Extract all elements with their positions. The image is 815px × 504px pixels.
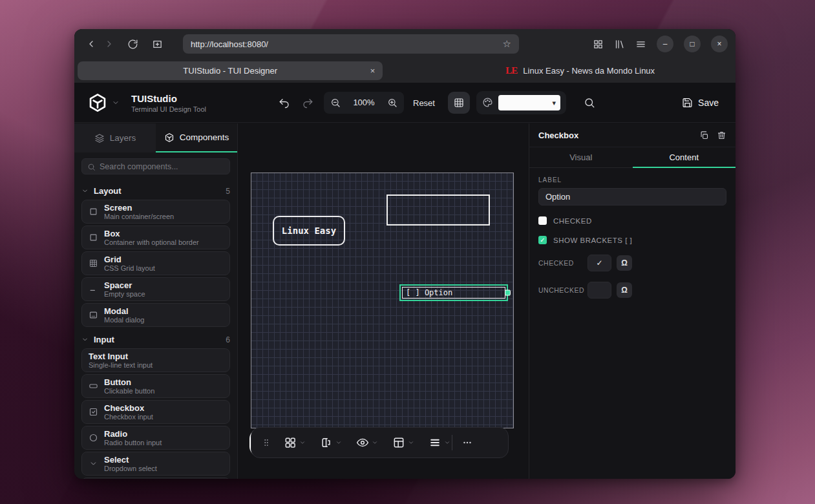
component-item-checkbox[interactable]: CheckboxCheckbox input <box>81 400 230 424</box>
item-subtitle: Dropdown select <box>104 465 157 472</box>
layout-menu-button[interactable] <box>392 436 414 449</box>
desktop: { "colors": { "accent": "#34d399", "sele… <box>0 0 815 504</box>
save-icon <box>682 97 693 108</box>
theme-select[interactable]: ▾ <box>498 95 560 110</box>
component-item-screen[interactable]: ScreenMain container/screen <box>81 200 230 224</box>
component-item-grid[interactable]: GridCSS Grid layout <box>81 251 230 275</box>
item-title: Button <box>104 378 154 387</box>
component-item-box[interactable]: BoxContainer with optional border <box>81 226 230 249</box>
close-button[interactable]: × <box>711 36 728 52</box>
unchecked-char-label: UNCHECKED <box>538 286 587 294</box>
section-header-layout[interactable]: Layout 5 <box>81 182 230 200</box>
tab-label: Components <box>180 132 229 142</box>
zoom-out-icon <box>330 98 341 108</box>
zoom-in-button[interactable] <box>387 98 397 108</box>
tab-title: TUIStudio - TUI Designer <box>183 66 277 76</box>
component-item-select[interactable]: SelectDropdown select <box>81 452 230 476</box>
canvas-button-component[interactable]: Linux Easy <box>273 216 345 246</box>
reload-button[interactable] <box>123 35 142 53</box>
tab-strip: TUIStudio - TUI Designer × LE Linux Easy… <box>74 59 736 83</box>
sidebar: Layers Components Layout 5 <box>74 123 238 479</box>
checked-char-picker-button[interactable]: Ω <box>617 255 632 271</box>
extensions-button[interactable] <box>593 39 604 50</box>
maximize-button[interactable]: □ <box>684 36 701 52</box>
text-tool-button[interactable] <box>320 436 342 449</box>
resize-handle[interactable] <box>505 290 511 296</box>
zoom-out-button[interactable] <box>330 98 341 108</box>
component-sections: Layout 5 ScreenMain container/screen Box… <box>74 178 237 479</box>
item-subtitle: Checkbox input <box>104 413 153 421</box>
tab-components[interactable]: Components <box>156 123 237 152</box>
save-label: Save <box>698 98 719 108</box>
trash-icon[interactable] <box>717 131 726 140</box>
extensions-grid-icon <box>593 39 604 50</box>
component-item-text-input[interactable]: Text InputSingle-line text input <box>81 348 230 372</box>
tab-close-icon[interactable]: × <box>370 66 376 76</box>
component-item-spacer[interactable]: SpacerEmpty space <box>81 277 230 301</box>
minimize-button[interactable]: – <box>657 36 673 52</box>
unchecked-char-input[interactable] <box>587 282 611 299</box>
search-input[interactable] <box>81 158 230 174</box>
tab-layers[interactable]: Layers <box>74 123 156 152</box>
section-header-input[interactable]: Input 6 <box>81 331 230 348</box>
chevron-down-icon <box>335 439 342 446</box>
toolbar-search-button[interactable] <box>581 94 598 111</box>
show-brackets-checkbox-row[interactable]: ✓ SHOW BRACKETS [ ] <box>538 236 726 244</box>
back-button[interactable] <box>82 35 100 53</box>
label-field-label: LABEL <box>538 176 726 184</box>
menu-button[interactable] <box>635 39 646 50</box>
drag-grip-icon[interactable] <box>262 436 271 449</box>
components-menu-button[interactable] <box>284 436 306 449</box>
checked-checkbox[interactable] <box>538 216 547 225</box>
app-logo[interactable] <box>87 92 120 113</box>
inspector-header: Checkbox <box>529 123 736 147</box>
tab-visual[interactable]: Visual <box>529 147 633 168</box>
text-cursor-icon <box>320 436 333 449</box>
unchecked-char-picker-button[interactable]: Ω <box>617 282 632 298</box>
new-tab-button[interactable] <box>148 35 166 53</box>
browser-window: http://localhost:8080/ ☆ – □ × TUIStudio… <box>74 29 736 479</box>
tab-content[interactable]: Content <box>633 147 736 168</box>
undo-button[interactable] <box>276 94 293 111</box>
checked-char-input[interactable] <box>587 255 611 271</box>
tab-linux-easy[interactable]: LE Linux Easy - News da Mondo Linux <box>428 65 732 76</box>
canvas-checkbox-component-selected[interactable]: [ ] Option <box>399 284 508 301</box>
save-button[interactable]: Save <box>682 97 719 108</box>
url-bar[interactable]: http://localhost:8080/ ☆ <box>183 34 519 54</box>
bookmark-star-icon[interactable]: ☆ <box>503 38 511 50</box>
component-item-radio[interactable]: RadioRadio button input <box>81 426 230 450</box>
select-caret-icon: ▾ <box>552 98 556 107</box>
component-item-button[interactable]: ButtonClickable button <box>81 374 230 398</box>
toggle-grid-button[interactable] <box>448 92 470 114</box>
duplicate-icon[interactable] <box>699 131 709 140</box>
reset-button[interactable]: Reset <box>413 98 435 107</box>
component-item-partial[interactable] <box>81 478 230 479</box>
show-brackets-checkbox[interactable]: ✓ <box>538 236 547 244</box>
redo-button[interactable] <box>299 94 316 111</box>
tab-label: Layers <box>110 133 136 143</box>
checked-checkbox-row[interactable]: CHECKED <box>538 216 726 225</box>
forward-button[interactable] <box>100 35 118 53</box>
sidebar-tabs: Layers Components <box>74 123 237 152</box>
dash-icon <box>89 284 98 294</box>
component-item-modal[interactable]: ModalModal dialog <box>81 303 230 327</box>
app-subtitle: Terminal UI Design Tool <box>131 105 206 112</box>
library-button[interactable] <box>614 39 625 50</box>
more-options-icon[interactable] <box>461 437 473 448</box>
radio-icon <box>89 433 98 443</box>
item-title: Select <box>104 456 157 465</box>
eye-icon <box>356 436 369 449</box>
tab-tuistudio[interactable]: TUIStudio - TUI Designer × <box>78 61 383 80</box>
visibility-menu-button[interactable] <box>356 436 378 449</box>
canvas-box-component[interactable] <box>386 194 490 226</box>
list-menu-button[interactable] <box>429 436 450 449</box>
section-count: 5 <box>226 187 230 196</box>
section-title: Layout <box>94 186 122 196</box>
cube-logo-icon <box>87 92 108 113</box>
checkbox-icon <box>89 407 98 417</box>
zoom-controls: 100% <box>324 92 404 114</box>
grid-icon <box>453 97 465 109</box>
design-canvas[interactable]: Linux Easy [ ] Option <box>251 173 514 428</box>
search-icon <box>584 97 595 109</box>
label-input[interactable] <box>538 188 726 205</box>
